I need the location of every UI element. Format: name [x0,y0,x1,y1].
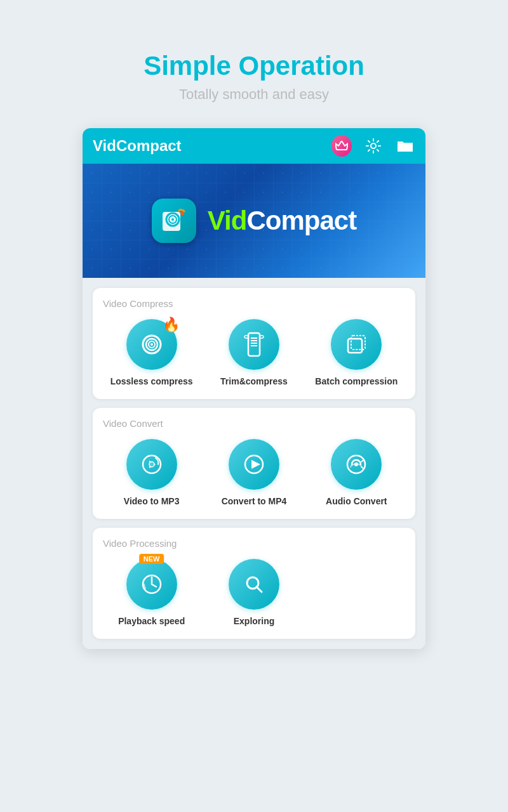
feature-mp4[interactable]: Convert to MP4 [203,439,305,506]
feature-mp3[interactable]: Video to MP3 [100,439,203,506]
svg-rect-15 [348,339,362,353]
mp3-circle [126,439,177,490]
feature-trim[interactable]: Trim&compress [203,319,305,386]
svg-marker-20 [251,460,260,469]
content-area: Video Compress 🔥 [83,278,425,649]
svg-point-4 [171,218,174,221]
new-badge: NEW [139,554,164,564]
banner-logo-compact: Compact [246,206,356,235]
svg-point-9 [150,343,153,346]
crown-circle [331,135,352,157]
svg-point-0 [371,143,376,148]
banner-logo: VidCompact [208,206,356,236]
processing-items-row: NEW Playback speed Exploring [100,559,408,626]
feature-audio[interactable]: Audio Convert [305,439,408,506]
trim-icon-wrap [229,319,279,370]
convert-items-row: Video to MP3 Convert to MP4 [100,439,408,506]
mp4-icon-wrap [229,439,279,490]
explore-label: Exploring [234,616,275,626]
app-header: VidCompact [83,128,425,164]
compress-items-row: 🔥 Lossless compress [100,319,408,386]
lossless-icon-wrap: 🔥 [126,319,177,370]
folder-icon-button[interactable] [395,136,415,156]
section-processing-label: Video Processing [100,538,408,549]
app-icon [152,199,196,243]
feature-playback[interactable]: NEW Playback speed [100,559,203,626]
explore-icon-wrap [229,559,279,610]
mp4-label: Convert to MP4 [222,496,287,506]
banner: VidCompact [83,164,425,278]
svg-point-18 [149,462,154,467]
playback-label: Playback speed [118,616,185,626]
section-convert-label: Video Convert [100,418,408,429]
app-header-title: VidCompact [93,137,182,155]
svg-point-5 [180,211,184,215]
page-subtitle: Totally smooth and easy [179,86,329,103]
playback-icon-wrap: NEW [126,559,177,610]
svg-point-22 [354,462,358,466]
explore-circle [229,559,279,610]
audio-icon-wrap [331,439,382,490]
svg-rect-16 [351,336,365,350]
section-compress-label: Video Compress [100,298,408,309]
feature-explore[interactable]: Exploring [203,559,305,626]
section-compress: Video Compress 🔥 [93,288,415,399]
svg-rect-10 [248,333,260,356]
batch-circle [331,319,382,370]
banner-logo-vid: Vid [208,206,247,235]
crown-icon-button[interactable] [331,136,352,156]
section-processing: Video Processing NEW Pl [93,528,415,639]
gear-icon-button[interactable] [363,136,384,156]
feature-batch[interactable]: Batch compression [305,319,408,386]
section-convert: Video Convert Vide [93,408,415,519]
banner-content: VidCompact [152,199,356,243]
phone-frame: VidCompact [83,128,425,649]
trim-label: Trim&compress [220,376,288,386]
lossless-label: Lossless compress [110,376,193,386]
header-icons [331,136,415,156]
mp3-label: Video to MP3 [124,496,180,506]
audio-circle [331,439,382,490]
batch-icon-wrap [331,319,382,370]
mp3-icon-wrap [126,439,177,490]
trim-circle [229,319,279,370]
playback-circle [126,559,177,610]
feature-lossless[interactable]: 🔥 Lossless compress [100,319,203,386]
audio-label: Audio Convert [326,496,387,506]
mp4-circle [229,439,279,490]
fire-badge: 🔥 [163,317,180,333]
page-title: Simple Operation [144,51,364,81]
svg-line-25 [257,587,262,592]
batch-label: Batch compression [315,376,398,386]
